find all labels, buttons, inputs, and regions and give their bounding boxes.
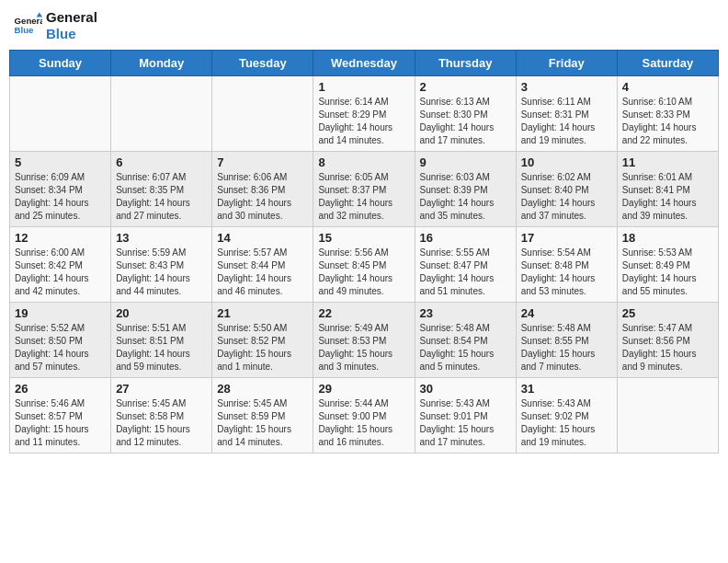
calendar-week-row: 26Sunrise: 5:46 AM Sunset: 8:57 PM Dayli…: [10, 378, 719, 454]
calendar-body: 1Sunrise: 6:14 AM Sunset: 8:29 PM Daylig…: [10, 76, 719, 454]
calendar-day-cell: 18Sunrise: 5:53 AM Sunset: 8:49 PM Dayli…: [617, 227, 718, 303]
day-number: 7: [217, 155, 308, 169]
calendar-day-cell: 31Sunrise: 5:43 AM Sunset: 9:02 PM Dayli…: [516, 378, 617, 454]
weekday-header-cell: Tuesday: [212, 51, 313, 76]
day-number: 28: [217, 382, 308, 396]
weekday-header-row: SundayMondayTuesdayWednesdayThursdayFrid…: [10, 51, 719, 76]
day-number: 6: [116, 155, 207, 169]
day-number: 8: [318, 155, 409, 169]
calendar-day-cell: 6Sunrise: 6:07 AM Sunset: 8:35 PM Daylig…: [111, 152, 212, 227]
calendar-day-cell: 30Sunrise: 5:43 AM Sunset: 9:01 PM Dayli…: [415, 378, 516, 454]
calendar-day-cell: 9Sunrise: 6:03 AM Sunset: 8:39 PM Daylig…: [415, 152, 516, 227]
day-info: Sunrise: 6:09 AM Sunset: 8:34 PM Dayligh…: [15, 171, 106, 223]
calendar-day-cell: 23Sunrise: 5:48 AM Sunset: 8:54 PM Dayli…: [415, 303, 516, 378]
day-info: Sunrise: 5:50 AM Sunset: 8:52 PM Dayligh…: [217, 322, 308, 373]
day-info: Sunrise: 5:52 AM Sunset: 8:50 PM Dayligh…: [15, 322, 106, 373]
calendar-day-cell: 4Sunrise: 6:10 AM Sunset: 8:33 PM Daylig…: [617, 76, 718, 152]
day-number: 22: [318, 306, 409, 320]
calendar-day-cell: 21Sunrise: 5:50 AM Sunset: 8:52 PM Dayli…: [212, 303, 313, 378]
day-number: 20: [116, 306, 207, 320]
calendar-day-cell: 25Sunrise: 5:47 AM Sunset: 8:56 PM Dayli…: [617, 303, 718, 378]
day-info: Sunrise: 5:46 AM Sunset: 8:57 PM Dayligh…: [15, 397, 106, 449]
weekday-header-cell: Thursday: [415, 51, 516, 76]
day-number: 21: [217, 306, 308, 320]
calendar-day-cell: 27Sunrise: 5:45 AM Sunset: 8:58 PM Dayli…: [111, 378, 212, 454]
calendar-day-cell: 1Sunrise: 6:14 AM Sunset: 8:29 PM Daylig…: [313, 76, 415, 152]
calendar-day-cell: 17Sunrise: 5:54 AM Sunset: 8:48 PM Dayli…: [516, 227, 617, 303]
day-number: 26: [15, 382, 106, 396]
calendar-day-cell: 15Sunrise: 5:56 AM Sunset: 8:45 PM Dayli…: [313, 227, 415, 303]
calendar-day-cell: [10, 76, 111, 152]
day-info: Sunrise: 5:53 AM Sunset: 8:49 PM Dayligh…: [622, 247, 713, 298]
calendar-day-cell: 8Sunrise: 6:05 AM Sunset: 8:37 PM Daylig…: [313, 152, 415, 227]
calendar-week-row: 12Sunrise: 6:00 AM Sunset: 8:42 PM Dayli…: [10, 227, 719, 303]
calendar-day-cell: 5Sunrise: 6:09 AM Sunset: 8:34 PM Daylig…: [10, 152, 111, 227]
day-info: Sunrise: 5:55 AM Sunset: 8:47 PM Dayligh…: [420, 247, 511, 298]
calendar-day-cell: 22Sunrise: 5:49 AM Sunset: 8:53 PM Dayli…: [313, 303, 415, 378]
calendar-day-cell: 26Sunrise: 5:46 AM Sunset: 8:57 PM Dayli…: [10, 378, 111, 454]
day-number: 19: [15, 306, 106, 320]
logo-blue: Blue: [46, 26, 97, 42]
day-number: 15: [318, 231, 409, 245]
weekday-header-cell: Sunday: [10, 51, 111, 76]
day-number: 2: [420, 80, 511, 94]
weekday-header-cell: Monday: [111, 51, 212, 76]
day-info: Sunrise: 5:48 AM Sunset: 8:54 PM Dayligh…: [420, 322, 511, 373]
day-info: Sunrise: 6:14 AM Sunset: 8:29 PM Dayligh…: [318, 96, 409, 147]
calendar-day-cell: 11Sunrise: 6:01 AM Sunset: 8:41 PM Dayli…: [617, 152, 718, 227]
day-info: Sunrise: 5:49 AM Sunset: 8:53 PM Dayligh…: [318, 322, 409, 373]
svg-marker-2: [37, 13, 42, 17]
day-info: Sunrise: 5:57 AM Sunset: 8:44 PM Dayligh…: [217, 247, 308, 298]
day-info: Sunrise: 6:00 AM Sunset: 8:42 PM Dayligh…: [15, 247, 106, 298]
calendar-week-row: 5Sunrise: 6:09 AM Sunset: 8:34 PM Daylig…: [10, 152, 719, 227]
calendar-day-cell: 13Sunrise: 5:59 AM Sunset: 8:43 PM Dayli…: [111, 227, 212, 303]
day-info: Sunrise: 6:11 AM Sunset: 8:31 PM Dayligh…: [521, 96, 612, 147]
day-number: 12: [15, 231, 106, 245]
day-info: Sunrise: 5:54 AM Sunset: 8:48 PM Dayligh…: [521, 247, 612, 298]
day-info: Sunrise: 6:03 AM Sunset: 8:39 PM Dayligh…: [420, 171, 511, 223]
day-number: 17: [521, 231, 612, 245]
day-info: Sunrise: 5:45 AM Sunset: 8:59 PM Dayligh…: [217, 397, 308, 449]
day-number: 1: [318, 80, 409, 94]
calendar-day-cell: 7Sunrise: 6:06 AM Sunset: 8:36 PM Daylig…: [212, 152, 313, 227]
day-info: Sunrise: 5:56 AM Sunset: 8:45 PM Dayligh…: [318, 247, 409, 298]
logo: General Blue General Blue: [13, 9, 97, 42]
day-info: Sunrise: 5:48 AM Sunset: 8:55 PM Dayligh…: [521, 322, 612, 373]
weekday-header-cell: Saturday: [617, 51, 718, 76]
day-info: Sunrise: 5:44 AM Sunset: 9:00 PM Dayligh…: [318, 397, 409, 449]
calendar-day-cell: [111, 76, 212, 152]
day-number: 11: [622, 155, 713, 169]
calendar-day-cell: 20Sunrise: 5:51 AM Sunset: 8:51 PM Dayli…: [111, 303, 212, 378]
day-info: Sunrise: 5:59 AM Sunset: 8:43 PM Dayligh…: [116, 247, 207, 298]
day-number: 31: [521, 382, 612, 396]
calendar-day-cell: 2Sunrise: 6:13 AM Sunset: 8:30 PM Daylig…: [415, 76, 516, 152]
calendar-day-cell: [617, 378, 718, 454]
calendar-day-cell: 24Sunrise: 5:48 AM Sunset: 8:55 PM Dayli…: [516, 303, 617, 378]
svg-text:Blue: Blue: [15, 25, 34, 35]
day-info: Sunrise: 5:45 AM Sunset: 8:58 PM Dayligh…: [116, 397, 207, 449]
day-number: 9: [420, 155, 511, 169]
day-info: Sunrise: 5:51 AM Sunset: 8:51 PM Dayligh…: [116, 322, 207, 373]
calendar-day-cell: 10Sunrise: 6:02 AM Sunset: 8:40 PM Dayli…: [516, 152, 617, 227]
day-number: 13: [116, 231, 207, 245]
weekday-header-cell: Wednesday: [313, 51, 415, 76]
calendar-day-cell: 3Sunrise: 6:11 AM Sunset: 8:31 PM Daylig…: [516, 76, 617, 152]
day-number: 23: [420, 306, 511, 320]
day-number: 24: [521, 306, 612, 320]
day-number: 3: [521, 80, 612, 94]
day-info: Sunrise: 5:43 AM Sunset: 9:01 PM Dayligh…: [420, 397, 511, 449]
logo-general: General: [46, 9, 97, 26]
day-number: 30: [420, 382, 511, 396]
day-number: 29: [318, 382, 409, 396]
calendar-week-row: 1Sunrise: 6:14 AM Sunset: 8:29 PM Daylig…: [10, 76, 719, 152]
day-info: Sunrise: 6:06 AM Sunset: 8:36 PM Dayligh…: [217, 171, 308, 223]
day-number: 5: [15, 155, 106, 169]
day-info: Sunrise: 5:47 AM Sunset: 8:56 PM Dayligh…: [622, 322, 713, 373]
calendar-week-row: 19Sunrise: 5:52 AM Sunset: 8:50 PM Dayli…: [10, 303, 719, 378]
day-info: Sunrise: 6:13 AM Sunset: 8:30 PM Dayligh…: [420, 96, 511, 147]
logo-icon: General Blue: [13, 11, 42, 40]
day-number: 4: [622, 80, 713, 94]
day-info: Sunrise: 6:05 AM Sunset: 8:37 PM Dayligh…: [318, 171, 409, 223]
calendar-day-cell: 19Sunrise: 5:52 AM Sunset: 8:50 PM Dayli…: [10, 303, 111, 378]
weekday-header-cell: Friday: [516, 51, 617, 76]
